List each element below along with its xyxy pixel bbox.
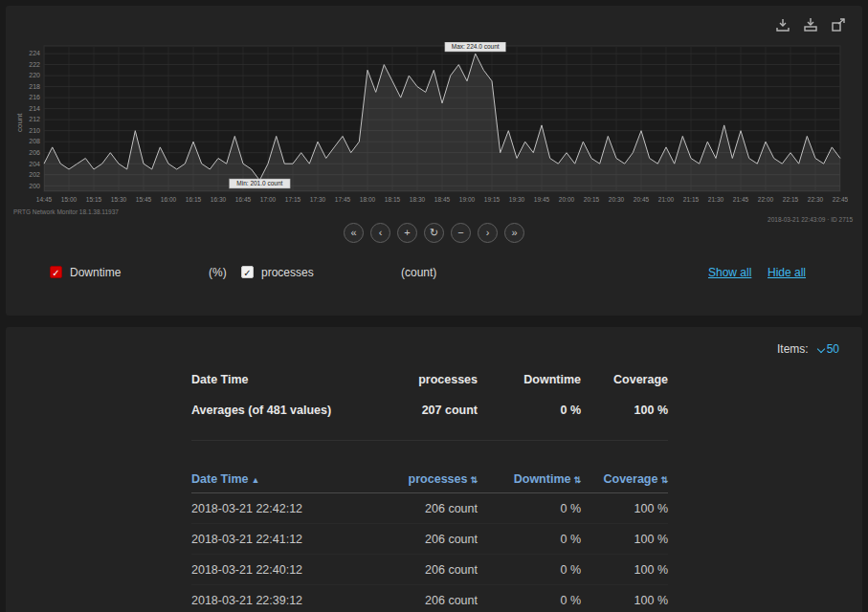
row-datetime: 2018-03-21 22:41:12	[191, 524, 373, 555]
row-datetime: 2018-03-21 22:39:12	[191, 585, 373, 612]
svg-text:18:00: 18:00	[360, 196, 376, 203]
svg-text:21:00: 21:00	[658, 196, 675, 203]
sort-both-icon: ⇅	[573, 475, 581, 485]
row-processes: 206 count	[373, 493, 478, 524]
svg-text:214: 214	[29, 105, 40, 112]
sort-asc-icon: ▲	[252, 475, 260, 485]
download-icon	[774, 17, 791, 33]
graph-panel: count 14:4515:0015:1515:3015:4516:0016:1…	[6, 6, 862, 316]
show-all-link[interactable]: Show all	[708, 266, 751, 279]
averages-downtime: 0 %	[478, 394, 581, 426]
graph-toolbar	[774, 17, 847, 33]
graph-legend: ✓ Downtime (%) ✓ processes (count) Show …	[6, 265, 862, 282]
svg-text:16:15: 16:15	[186, 196, 202, 203]
svg-text:21:45: 21:45	[733, 196, 749, 203]
row-datetime: 2018-03-21 22:42:12	[191, 493, 373, 524]
row-coverage: 100 %	[581, 493, 668, 524]
save-image-button[interactable]	[802, 17, 819, 33]
downtime-legend-label: Downtime	[70, 266, 121, 279]
fullscreen-button[interactable]	[830, 17, 847, 33]
svg-text:Max: 224.0 count: Max: 224.0 count	[452, 43, 500, 50]
col-downtime-sort[interactable]: Downtime⇅	[478, 465, 581, 493]
graph-timestamp-text: 2018-03-21 22:43:09 · ID 2715	[768, 216, 853, 223]
hide-all-link[interactable]: Hide all	[768, 266, 806, 279]
svg-text:21:30: 21:30	[708, 196, 724, 203]
svg-text:220: 220	[29, 72, 40, 78]
sort-both-icon: ⇅	[470, 475, 478, 485]
svg-text:15:15: 15:15	[86, 196, 102, 203]
row-downtime: 0 %	[478, 493, 581, 524]
jump-last-button[interactable]: »	[504, 223, 524, 243]
graph-nav: « ‹ + ↻ − › »	[6, 223, 862, 243]
svg-text:202: 202	[29, 171, 40, 178]
averages-table: Date Time processes Downtime Coverage Av…	[191, 365, 668, 426]
chevron-down-icon	[816, 345, 824, 353]
averages-coverage: 100 %	[581, 394, 668, 426]
svg-text:20:45: 20:45	[634, 196, 650, 203]
col-datetime-sort[interactable]: Date Time▲	[191, 465, 373, 493]
svg-text:218: 218	[29, 83, 40, 90]
svg-text:18:45: 18:45	[434, 196, 451, 203]
col-processes-sort[interactable]: processes⇅	[373, 465, 478, 493]
svg-text:20:15: 20:15	[584, 196, 600, 203]
svg-text:15:45: 15:45	[136, 196, 152, 203]
values-table: Date Time▲ processes⇅ Downtime⇅ Coverage…	[191, 465, 668, 612]
averages-row-label: Averages (of 481 values)	[191, 394, 373, 426]
processes-graph[interactable]: 14:4515:0015:1515:3015:4516:0016:1516:30…	[6, 42, 848, 207]
svg-text:212: 212	[29, 116, 40, 122]
col-coverage-sort[interactable]: Coverage⇅	[581, 465, 668, 493]
svg-text:15:00: 15:00	[61, 196, 78, 203]
svg-text:21:15: 21:15	[683, 196, 700, 203]
processes-checkbox[interactable]: ✓	[241, 266, 254, 278]
summary-col-coverage: Coverage	[581, 365, 668, 394]
svg-text:210: 210	[29, 127, 40, 134]
row-processes: 206 count	[373, 585, 478, 612]
check-icon: ✓	[243, 268, 251, 278]
row-datetime: 2018-03-21 22:40:12	[191, 555, 373, 585]
zoom-out-button[interactable]: −	[451, 223, 471, 243]
row-coverage: 100 %	[581, 524, 668, 555]
svg-text:16:00: 16:00	[161, 196, 177, 203]
row-coverage: 100 %	[581, 555, 668, 585]
svg-text:200: 200	[29, 183, 40, 189]
downtime-checkbox[interactable]: ✓	[50, 266, 62, 278]
svg-text:19:15: 19:15	[484, 196, 501, 203]
row-coverage: 100 %	[581, 585, 668, 612]
zoom-in-button[interactable]: +	[397, 223, 417, 243]
image-download-icon	[802, 17, 819, 33]
svg-text:15:30: 15:30	[111, 196, 127, 203]
jump-first-button[interactable]: «	[344, 223, 364, 243]
summary-col-downtime: Downtime	[478, 365, 581, 394]
items-selector[interactable]: Items:50	[777, 342, 839, 356]
svg-text:Min: 201.0 count: Min: 201.0 count	[236, 180, 282, 186]
sort-both-icon: ⇅	[660, 475, 668, 485]
averages-processes: 207 count	[373, 394, 478, 426]
row-downtime: 0 %	[478, 585, 581, 612]
svg-text:22:00: 22:00	[758, 196, 774, 203]
step-forward-button[interactable]: ›	[478, 223, 498, 243]
svg-text:17:00: 17:00	[260, 196, 277, 203]
reset-zoom-button[interactable]: ↻	[424, 223, 444, 243]
svg-text:16:45: 16:45	[235, 196, 252, 203]
data-table-panel: Items:50 Date Time processes Downtime Co…	[6, 327, 862, 612]
summary-col-processes: processes	[373, 365, 478, 394]
svg-text:19:45: 19:45	[534, 196, 550, 203]
svg-text:224: 224	[29, 50, 40, 56]
svg-text:208: 208	[29, 138, 40, 144]
svg-text:17:15: 17:15	[285, 196, 301, 203]
summary-col-datetime: Date Time	[191, 365, 373, 394]
items-count-value[interactable]: 50	[827, 342, 839, 356]
check-icon: ✓	[52, 268, 59, 278]
processes-legend-unit: (count)	[401, 266, 436, 279]
svg-text:16:30: 16:30	[211, 196, 227, 203]
svg-text:22:45: 22:45	[833, 196, 848, 203]
svg-text:18:30: 18:30	[410, 196, 426, 203]
svg-text:206: 206	[29, 149, 40, 156]
prtg-version-text: PRTG Network Monitor 18.1.38.11937	[13, 208, 119, 215]
svg-text:19:30: 19:30	[509, 196, 525, 203]
download-graph-button[interactable]	[774, 17, 791, 33]
step-back-button[interactable]: ‹	[370, 223, 390, 243]
svg-text:216: 216	[29, 94, 40, 100]
processes-legend-label: processes	[261, 266, 314, 279]
row-downtime: 0 %	[478, 524, 581, 555]
